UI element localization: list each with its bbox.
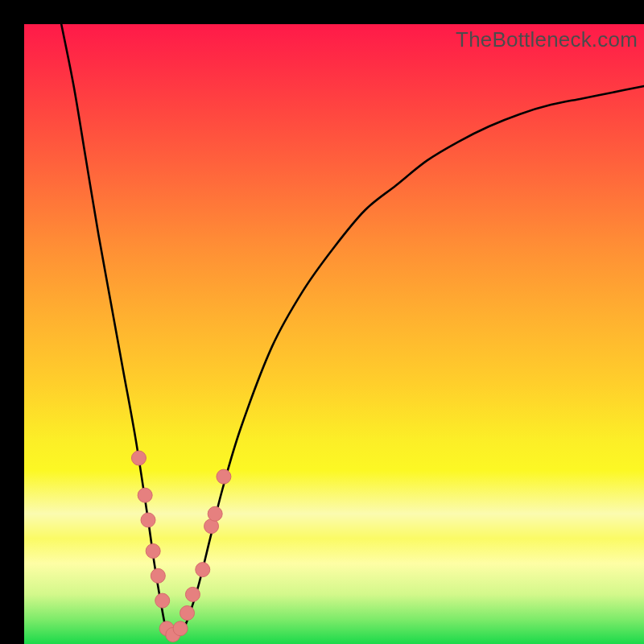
curve-marker [131,451,146,465]
curve-marker [173,621,188,636]
curve-marker [138,488,152,502]
chart-frame: TheBottleneck.com [24,24,644,644]
curve-marker [151,568,165,583]
curve-marker [146,544,160,559]
bottleneck-curve-path [61,24,644,635]
curve-marker [217,469,231,484]
curve-marker [185,587,200,601]
bottleneck-chart-svg [24,24,644,644]
curve-markers-group [131,451,230,642]
curve-marker [141,513,155,527]
curve-marker [208,506,222,521]
curve-marker [196,563,210,577]
curve-marker [155,593,170,608]
watermark-text: TheBottleneck.com [456,27,638,52]
curve-marker [180,606,195,621]
